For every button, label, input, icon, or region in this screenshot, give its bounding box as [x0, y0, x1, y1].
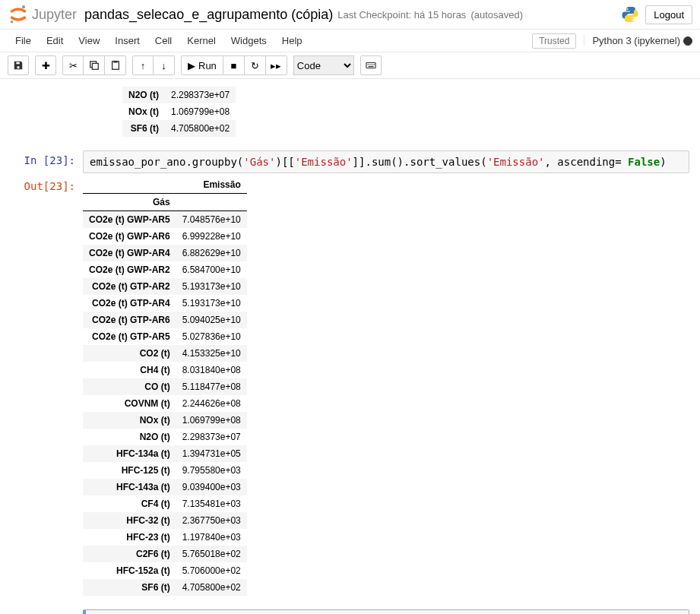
table-row: CO2 (t)4.153325e+10	[83, 345, 247, 362]
svg-rect-8	[366, 63, 375, 68]
partial-table: N2O (t)2.298373e+07NOx (t)1.069799e+08SF…	[122, 87, 236, 137]
code-cell-running[interactable]: emissao_por_ano.plot(kind= 'barh', figsi…	[83, 609, 689, 614]
copy-icon	[89, 60, 100, 71]
menu-help[interactable]: Help	[274, 32, 310, 49]
svg-rect-7	[113, 61, 117, 63]
cut-button[interactable]: ✂	[62, 55, 84, 75]
table-row: CO2e (t) GWP-AR57.048576e+10	[83, 211, 247, 229]
command-palette-button[interactable]	[360, 55, 382, 75]
svg-rect-10	[369, 64, 370, 65]
add-cell-button[interactable]: ✚	[35, 55, 56, 75]
stop-button[interactable]: ■	[223, 55, 245, 75]
svg-point-3	[632, 19, 634, 21]
svg-rect-11	[372, 64, 372, 65]
menu-file[interactable]: File	[8, 32, 39, 49]
table-row: HFC-143a (t)9.039400e+03	[83, 479, 247, 495]
svg-rect-9	[367, 64, 368, 65]
svg-rect-5	[92, 63, 98, 69]
table-row: CO (t)5.118477e+08	[83, 378, 247, 395]
copy-button[interactable]	[84, 55, 105, 75]
out-prompt-23: Out[23]:	[11, 176, 83, 192]
trusted-badge[interactable]: Trusted	[532, 33, 576, 49]
arrow-up-icon: ↑	[141, 60, 146, 71]
cell-type-select[interactable]: Code	[293, 55, 354, 75]
menu-kernel[interactable]: Kernel	[179, 32, 223, 49]
logo-text: Jupyter	[32, 7, 77, 23]
col-header: Emissão	[176, 176, 247, 194]
code-cell-23[interactable]: emissao_por_ano.groupby('Gás')[['Emissão…	[83, 150, 689, 173]
menu-view[interactable]: View	[71, 32, 107, 49]
kernel-text: Python 3 (ipykernel)	[592, 35, 680, 46]
play-icon: ▶	[188, 60, 195, 71]
kernel-indicator-icon	[683, 36, 692, 46]
svg-point-1	[11, 21, 14, 24]
keyboard-icon	[366, 60, 376, 71]
kernel-label[interactable]: Python 3 (ipykernel)	[584, 35, 692, 46]
table-row: COVNM (t)2.244626e+08	[83, 395, 247, 412]
stop-icon: ■	[230, 60, 236, 71]
plus-icon: ✚	[42, 60, 50, 71]
fast-forward-icon: ▸▸	[271, 60, 281, 71]
jupyter-icon	[8, 4, 29, 25]
svg-point-2	[627, 8, 629, 10]
table-row: NOx (t)1.069799e+08	[122, 103, 236, 120]
save-button[interactable]	[8, 55, 29, 75]
table-row: CO2e (t) GTP-AR45.193173e+10	[83, 295, 247, 312]
table-row: CH4 (t)8.031840e+08	[83, 362, 247, 378]
in-prompt-23: In [23]:	[11, 150, 83, 166]
checkpoint-label: Last Checkpoint: há 15 horas	[337, 9, 466, 21]
table-row: CO2e (t) GTP-AR55.027836e+10	[83, 328, 247, 345]
restart-run-button[interactable]: ▸▸	[266, 55, 287, 75]
table-row: CO2e (t) GWP-AR46.882629e+10	[83, 245, 247, 261]
table-row: CO2e (t) GWP-AR26.584700e+10	[83, 261, 247, 278]
svg-rect-12	[373, 64, 374, 65]
run-button[interactable]: ▶ Run	[181, 55, 223, 75]
menu-edit[interactable]: Edit	[39, 32, 71, 49]
move-down-button[interactable]: ↓	[154, 55, 175, 75]
table-row: C2F6 (t)5.765018e+02	[83, 546, 247, 562]
python-icon	[621, 5, 639, 24]
output-table-23: Emissão Gás CO2e (t) GWP-AR57.048576e+10…	[83, 176, 247, 596]
paste-icon	[110, 60, 121, 71]
table-row: CF4 (t)7.135481e+03	[83, 495, 247, 512]
table-row: CO2e (t) GTP-AR25.193173e+10	[83, 278, 247, 295]
toolbar: ✚ ✂ ↑ ↓ ▶ Run ■ ↻ ▸▸ Code	[0, 52, 700, 79]
menu-widgets[interactable]: Widgets	[223, 32, 274, 49]
menu-insert[interactable]: Insert	[107, 32, 147, 49]
table-row: HFC-134a (t)1.394731e+05	[83, 445, 247, 462]
save-icon	[13, 60, 24, 71]
table-row: NOx (t)1.069799e+08	[83, 412, 247, 429]
arrow-down-icon: ↓	[161, 60, 166, 71]
table-row: SF6 (t)4.705800e+02	[83, 579, 247, 596]
jupyter-logo[interactable]: Jupyter	[8, 4, 77, 25]
table-row: HFC-125 (t)9.795580e+03	[83, 462, 247, 479]
restart-icon: ↻	[251, 60, 259, 71]
menu-cell[interactable]: Cell	[147, 32, 179, 49]
table-row: SF6 (t)4.705800e+02	[122, 120, 236, 137]
move-up-button[interactable]: ↑	[132, 55, 154, 75]
table-row: CO2e (t) GTP-AR65.094025e+10	[83, 312, 247, 328]
in-prompt-running: In [*]:	[11, 609, 83, 614]
svg-rect-13	[368, 66, 373, 67]
logout-button[interactable]: Logout	[645, 5, 692, 24]
table-row: N2O (t)2.298373e+07	[122, 87, 236, 103]
table-row: HFC-32 (t)2.367750e+03	[83, 512, 247, 529]
index-name: Gás	[83, 194, 176, 211]
run-label: Run	[198, 60, 217, 71]
autosave-label: (autosaved)	[470, 9, 523, 21]
table-row: HFC-23 (t)1.197840e+03	[83, 529, 247, 546]
table-row: N2O (t)2.298373e+07	[83, 429, 247, 445]
svg-point-0	[22, 5, 25, 8]
restart-button[interactable]: ↻	[245, 55, 266, 75]
table-row: CO2e (t) GWP-AR66.999228e+10	[83, 228, 247, 245]
cut-icon: ✂	[69, 60, 78, 71]
table-row: HFC-152a (t)5.706000e+02	[83, 562, 247, 579]
notebook-title[interactable]: pandas_selecao_e_agrupamento (cópia)	[84, 7, 333, 23]
paste-button[interactable]	[105, 55, 126, 75]
